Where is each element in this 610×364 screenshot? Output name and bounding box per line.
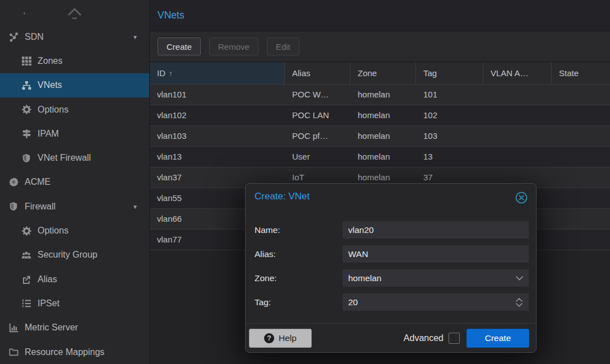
sidebar-item-vnet-firewall[interactable]: VNet Firewall [0,146,149,170]
folder-icon [7,347,20,357]
caret-down-icon[interactable]: ▼ [132,34,138,40]
advanced-checkbox[interactable] [449,333,460,344]
tag-field-row: Tag: [246,293,536,311]
table-row[interactable]: vlan103 POC pf… homelan 103 [150,126,610,147]
chevron-up-icon [66,6,83,21]
signpost-icon [20,129,33,139]
page-title: VNets [158,10,184,21]
sidebar-item-label: SDN [25,32,44,42]
table-header-row: ID ↑ Alias Zone Tag VLAN A… State [150,62,610,85]
alias-input[interactable] [343,245,529,263]
sidebar-item-metric-server[interactable]: Metric Server [0,316,149,340]
dialog-footer: ? Help Advanced Create [246,323,536,352]
tag-field-label: Tag: [255,293,271,311]
shield-icon [7,202,20,212]
sidebar-item-ipam[interactable]: IPAM [0,122,149,146]
sidebar-item-ipset[interactable]: IPSet [0,291,149,315]
zone-field-label: Zone: [255,269,277,287]
create-vnet-dialog: Create: VNet Name: Alias: Zone: [245,183,537,353]
sidebar-item-resource-mappings[interactable]: Resource Mappings [0,340,149,364]
dialog-create-button[interactable]: Create [466,329,529,348]
column-header-alias[interactable]: Alias [285,62,350,84]
remove-button[interactable]: Remove [209,38,258,55]
sidebar-item-sdn[interactable]: SDN ▼ [0,25,149,49]
sidebar-item-acme[interactable]: ACME [0,170,149,194]
sidebar-item-label: VNet Firewall [38,153,91,163]
gear-icon [20,105,33,115]
name-input[interactable] [343,221,529,239]
external-link-icon [20,274,33,284]
advanced-label: Advanced [404,333,443,343]
grid-icon [20,56,33,66]
sidebar-item-label: IPSet [38,298,59,309]
alias-field-row: Alias: [246,245,536,263]
close-icon[interactable] [515,192,528,204]
create-button[interactable]: Create [158,38,201,55]
sidebar-item-sdn-options[interactable]: Options [0,97,149,122]
sidebar-item-label: Options [38,105,68,115]
help-button[interactable]: ? Help [249,329,312,348]
sidebar-item-alias[interactable]: Alias [0,267,149,291]
sidebar-item-label: IPAM [38,129,59,139]
column-header-zone[interactable]: Zone [350,62,416,84]
sidebar-item-label: Metric Server [25,323,78,333]
help-button-label: Help [279,333,297,343]
zone-field-row: Zone: [246,269,536,287]
sdn-nodes-icon [7,32,20,42]
column-header-id[interactable]: ID ↑ [150,62,285,84]
dialog-title: Create: VNet [255,191,309,202]
bar-chart-icon [7,323,20,333]
sidebar-item-zones[interactable]: Zones [0,49,149,73]
sort-ascending-icon: ↑ [169,69,173,78]
zone-select[interactable] [343,269,529,287]
gear-icon [20,226,33,236]
column-header-tag[interactable]: Tag [416,62,483,84]
ordered-list-icon [20,298,33,309]
column-header-state[interactable]: State [552,62,610,84]
vnets-toolbar: Create Remove Edit [150,31,610,62]
name-field-label: Name: [255,221,280,239]
name-field-row: Name: [246,221,536,239]
certificate-icon [7,177,20,187]
resource-tree-sidebar: , SDN ▼ Zones VNets [0,0,150,364]
spinner-up-down-icon[interactable] [514,293,525,311]
caret-down-icon[interactable]: ▼ [132,203,138,209]
question-circle-icon: ? [264,333,274,343]
edit-button[interactable]: Edit [267,38,299,55]
sidebar-item-vnets[interactable]: VNets [0,73,149,97]
table-row[interactable]: vlan102 POC LAN homelan 102 [150,105,610,126]
tag-spinner[interactable] [343,293,529,311]
table-row[interactable]: vlan13 User homelan 13 [150,147,610,167]
sidebar-item-security-group[interactable]: Security Group [0,243,149,267]
sidebar-item-firewall-options[interactable]: Options [0,218,149,242]
network-icon [20,80,33,90]
panel-title-bar: VNets [150,0,610,31]
sidebar-item-firewall[interactable]: Firewall ▼ [0,194,149,218]
proxmox-app-window: , SDN ▼ Zones VNets [0,0,610,364]
chevron-down-icon[interactable] [514,269,525,287]
column-header-vlan-aware[interactable]: VLAN A… [483,62,552,84]
sidebar-item-label: Zones [38,56,62,66]
sidebar-item-label: VNets [38,80,62,90]
sidebar-item-label: Security Group [38,250,98,260]
sidebar-item-label: Options [38,226,68,236]
sidebar-clipped-item: , [0,0,149,25]
alias-field-label: Alias: [255,245,276,263]
shield-icon [20,153,33,163]
clipped-text-fragment: , [23,6,25,16]
table-row[interactable]: vlan101 POC W… homelan 101 [150,85,610,105]
sidebar-item-label: Firewall [25,202,56,212]
sidebar-item-label: Resource Mappings [25,347,104,357]
sidebar-item-label: Alias [38,274,57,284]
users-icon [20,250,33,260]
sidebar-item-label: ACME [25,177,50,187]
